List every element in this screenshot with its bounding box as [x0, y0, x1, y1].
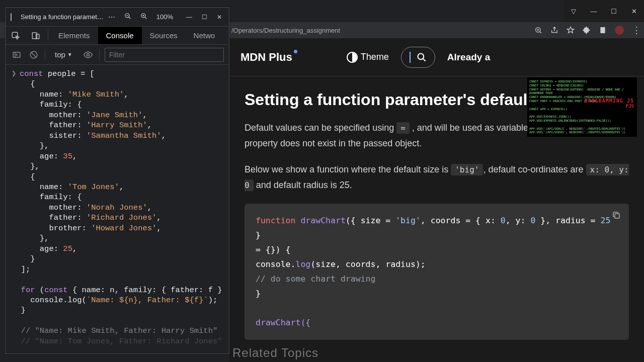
video-thumbnail[interactable]: CONST EXPRESS = REQUIRE(EXPRESS) CONST C…: [527, 77, 637, 137]
mdn-page: MDN Plus Theme Already a CONST EXPRESS =…: [229, 38, 644, 362]
already-subscriber-text: Already a: [447, 52, 491, 63]
restore-down-icon[interactable]: ▽: [564, 3, 584, 19]
mdn-plus-link[interactable]: MDN Plus: [240, 51, 292, 64]
console-toolbar: top ▼: [6, 45, 229, 65]
devtools-tabs: Elements Console Sources Netwo: [6, 27, 229, 45]
mdn-header: MDN Plus Theme Already a: [229, 38, 644, 76]
related-topics-heading: Related Topics: [232, 346, 318, 360]
console-sidebar-icon[interactable]: [11, 49, 23, 61]
live-expression-icon[interactable]: [82, 49, 94, 61]
code-block: function drawChart({ size = 'big', coord…: [245, 204, 629, 340]
url-text: /Operators/Destructuring_assignment: [231, 27, 340, 34]
maximize-icon[interactable]: ☐: [604, 3, 624, 19]
profile-avatar[interactable]: [615, 26, 624, 35]
console-output[interactable]: ❯const people = [ { name: 'Mike Smith', …: [6, 65, 229, 350]
zoom-in-icon[interactable]: [136, 13, 152, 21]
svg-point-2: [418, 53, 424, 59]
extensions-icon[interactable]: [583, 26, 591, 34]
window-minimize-icon[interactable]: —: [182, 14, 197, 21]
devtools-logo-icon: [11, 13, 12, 21]
search-icon: [417, 52, 427, 62]
zoom-out-icon[interactable]: [120, 13, 136, 21]
svg-rect-3: [615, 214, 619, 218]
search-caret: [410, 52, 411, 63]
zoom-level: 100%: [152, 13, 178, 21]
theme-icon: [347, 52, 358, 63]
devtools-titlebar[interactable]: Setting a function paramet… ⋯ 100% — ☐ ✕: [6, 8, 229, 27]
desktop-window-controls: ▽ — ☐ ✕: [564, 0, 644, 22]
svg-point-11: [87, 53, 89, 56]
code-big: 'big': [451, 164, 483, 175]
theme-toggle[interactable]: Theme: [347, 52, 389, 63]
devtools-window: Setting a function paramet… ⋯ 100% — ☐ ✕…: [5, 7, 229, 354]
svg-rect-6: [12, 32, 18, 38]
more-icon[interactable]: ⋯: [104, 13, 120, 21]
reading-list-icon[interactable]: [599, 26, 607, 34]
article-paragraph-2: Below we show a function where the defau…: [245, 162, 629, 193]
svg-rect-1: [600, 27, 605, 33]
prompt-icon: ❯: [12, 69, 20, 79]
minimize-icon[interactable]: —: [584, 3, 604, 19]
window-close-icon[interactable]: ✕: [212, 14, 227, 21]
execution-context-selector[interactable]: top ▼: [50, 49, 77, 60]
tab-elements[interactable]: Elements: [50, 27, 98, 44]
tab-network[interactable]: Netwo: [186, 27, 223, 44]
star-icon[interactable]: [567, 26, 575, 34]
window-maximize-icon[interactable]: ☐: [197, 14, 212, 21]
search-field[interactable]: [401, 47, 435, 68]
filter-input[interactable]: [105, 48, 224, 62]
devtools-title: Setting a function paramet…: [21, 13, 104, 21]
copy-icon[interactable]: [612, 211, 621, 220]
share-icon[interactable]: [550, 26, 558, 34]
clear-console-icon[interactable]: [28, 49, 40, 61]
zoom-in-icon[interactable]: [534, 26, 542, 34]
tab-sources[interactable]: Sources: [142, 27, 186, 44]
device-toggle-icon[interactable]: [26, 27, 46, 44]
inspect-icon[interactable]: [6, 27, 26, 44]
menu-icon[interactable]: ⋮: [632, 25, 641, 36]
close-icon[interactable]: ✕: [624, 3, 644, 19]
code-equals: =: [396, 122, 410, 134]
tab-console[interactable]: Console: [98, 27, 142, 44]
